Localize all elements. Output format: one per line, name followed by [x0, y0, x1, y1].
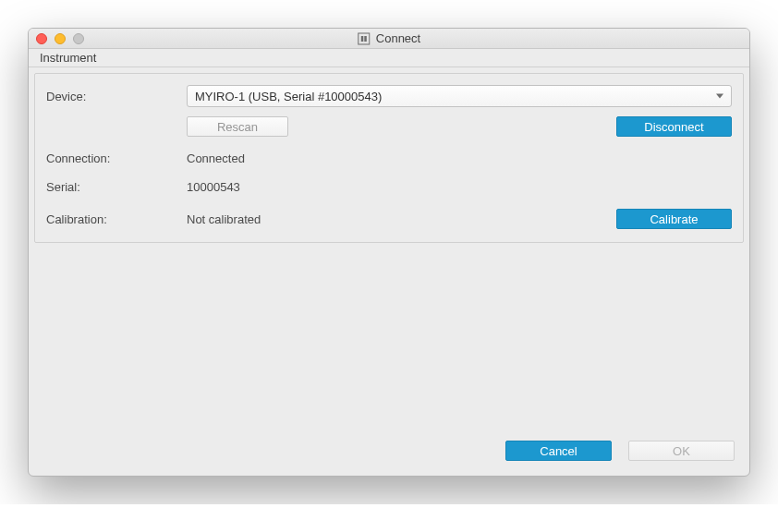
- calibration-label: Calibration:: [46, 212, 187, 226]
- rescan-button[interactable]: Rescan: [187, 116, 288, 137]
- connect-dialog: Connect Instrument Device: MYIRO-1 (USB,…: [28, 28, 750, 477]
- titlebar: Connect: [29, 29, 749, 49]
- device-dropdown[interactable]: MYIRO-1 (USB, Serial #10000543): [187, 85, 732, 107]
- cancel-button[interactable]: Cancel: [505, 441, 612, 461]
- connection-row: Connection: Connected: [46, 151, 732, 165]
- window-title: Connect: [376, 31, 420, 45]
- calibrate-button[interactable]: Calibrate: [616, 209, 732, 229]
- svg-rect-1: [361, 36, 364, 42]
- svg-rect-0: [359, 33, 370, 44]
- close-button[interactable]: [36, 33, 47, 44]
- connection-label: Connection:: [46, 151, 187, 165]
- calibration-value: Not calibrated: [187, 212, 261, 226]
- menubar: Instrument: [29, 49, 749, 67]
- calibration-row: Calibration: Not calibrated Calibrate: [46, 209, 732, 229]
- instrument-panel: Device: MYIRO-1 (USB, Serial #10000543) …: [34, 73, 744, 243]
- connection-value: Connected: [187, 151, 732, 165]
- menu-instrument[interactable]: Instrument: [34, 49, 102, 66]
- svg-rect-2: [364, 36, 367, 42]
- device-selected: MYIRO-1 (USB, Serial #10000543): [195, 90, 382, 103]
- ok-button: OK: [628, 441, 735, 461]
- chevron-down-icon: [716, 94, 723, 99]
- maximize-button: [73, 33, 84, 44]
- disconnect-button[interactable]: Disconnect: [616, 116, 732, 137]
- serial-row: Serial: 10000543: [46, 180, 732, 194]
- minimize-button[interactable]: [55, 33, 66, 44]
- serial-value: 10000543: [187, 180, 732, 194]
- device-row: Device: MYIRO-1 (USB, Serial #10000543): [46, 85, 732, 107]
- scan-connect-row: Rescan Disconnect: [46, 116, 732, 137]
- dialog-footer: Cancel OK: [34, 435, 744, 470]
- device-value: MYIRO-1 (USB, Serial #10000543): [187, 85, 732, 107]
- serial-label: Serial:: [46, 180, 187, 194]
- app-icon: [358, 32, 371, 45]
- window-title-group: Connect: [358, 31, 420, 45]
- content-area: Device: MYIRO-1 (USB, Serial #10000543) …: [29, 67, 749, 476]
- traffic-lights: [36, 33, 84, 44]
- device-label: Device:: [46, 90, 187, 103]
